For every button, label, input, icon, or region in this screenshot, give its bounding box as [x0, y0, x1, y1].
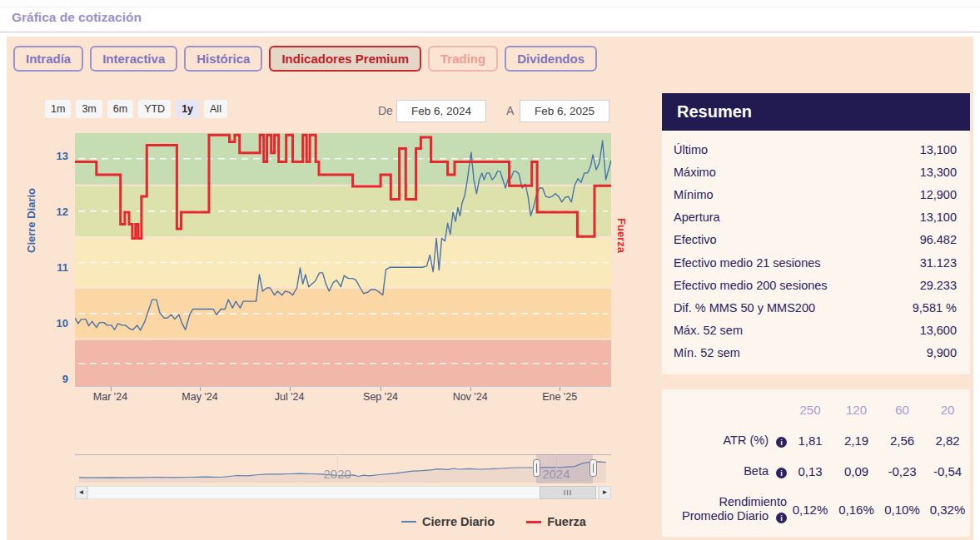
- legend-swatch-icon: [401, 521, 416, 523]
- tab-trading[interactable]: Trading: [428, 46, 498, 72]
- range-button-ytd[interactable]: YTD: [138, 100, 171, 118]
- y-tick-label: 12: [40, 206, 68, 218]
- date-from-label: De: [378, 104, 393, 117]
- y-tick-label: 10: [40, 317, 68, 329]
- summary-row-value: 12,900: [920, 187, 957, 202]
- navigator-selection[interactable]: [536, 454, 592, 483]
- range-button-all[interactable]: All: [204, 100, 227, 118]
- x-tick-label: May '24: [169, 391, 231, 403]
- summary-row: Apertura13,100: [662, 206, 970, 229]
- scrollbar-track[interactable]: [87, 486, 599, 499]
- range-button-1m[interactable]: 1m: [45, 100, 71, 118]
- right-axis-title: Fuerza: [614, 218, 628, 318]
- y-tick-label: 11: [40, 261, 68, 274]
- summary-row: Efectivo medio 21 sesiones31.123: [662, 251, 970, 274]
- scrollbar-left-icon[interactable]: ◄: [75, 486, 87, 499]
- stats-row-label: Beta i: [662, 456, 787, 487]
- summary-row-label: Efectivo medio 200 sesiones: [674, 278, 828, 293]
- date-to-label: A: [506, 104, 514, 117]
- date-to-input[interactable]: Feb 6, 2025: [520, 100, 609, 122]
- stats-table: 2501206020ATR (%) i1,812,192,562,82Beta …: [662, 389, 970, 532]
- summary-row: Máx. 52 sem13,600: [662, 320, 970, 342]
- stats-value-cell: 0,12%: [787, 494, 833, 525]
- x-tick-mark: [200, 387, 201, 391]
- summary-row-label: Dif. % MMS 50 y MMS200: [674, 300, 815, 315]
- summary-row-label: Máx. 52 sem: [674, 323, 743, 338]
- y-axis-title: Cierre Diario: [13, 203, 27, 320]
- summary-row: Dif. % MMS 50 y MMS2009,581 %: [662, 296, 970, 319]
- summary-row: Mín. 52 sem9,900: [662, 342, 970, 364]
- summary-row-label: Mín. 52 sem: [674, 345, 740, 360]
- summary-row: Efectivo96.482: [662, 229, 970, 251]
- stats-corner-cell: [662, 405, 787, 419]
- legend-item-fuerza[interactable]: Fuerza: [526, 515, 586, 528]
- title-divider: [0, 32, 980, 32]
- y-tick-label: 13: [40, 150, 68, 162]
- summary-row-label: Efectivo: [674, 232, 717, 247]
- summary-row: Mínimo12,900: [662, 183, 970, 206]
- stats-value-cell: 0,13: [787, 456, 833, 487]
- stats-row-label: ATR (%) i: [662, 425, 787, 456]
- summary-row-value: 13,100: [920, 142, 957, 157]
- x-tick-label: Nov '24: [440, 391, 501, 403]
- summary-row-value: 13,300: [920, 165, 957, 180]
- stats-column-header: 120: [833, 398, 879, 425]
- x-tick-mark: [290, 387, 291, 391]
- summary-row-value: 29.233: [920, 278, 957, 293]
- stats-column-header: 20: [925, 398, 970, 425]
- main-chart[interactable]: [75, 133, 611, 387]
- stats-value-cell: -0,54: [925, 456, 970, 487]
- legend-label: Fuerza: [547, 515, 586, 528]
- tab-indicadores-premium[interactable]: Indicadores Premium: [269, 46, 421, 72]
- info-icon[interactable]: i: [776, 513, 787, 523]
- scrollbar-right-icon[interactable]: ►: [599, 486, 611, 499]
- tab-dividendos[interactable]: Dividendos: [505, 46, 597, 72]
- date-from-input[interactable]: Feb 6, 2024: [396, 100, 486, 122]
- navigator-handle-left[interactable]: [533, 459, 540, 477]
- summary-row-label: Máximo: [674, 165, 716, 180]
- navigator-handle-right[interactable]: [589, 459, 597, 477]
- stats-value-cell: 1,81: [787, 425, 833, 456]
- summary-row-label: Mínimo: [674, 187, 714, 202]
- x-tick-label: Mar '24: [80, 391, 142, 403]
- y-tick-label: 9: [40, 373, 68, 385]
- summary-row-label: Efectivo medio 21 sesiones: [674, 255, 821, 270]
- legend-item-cierre-diario[interactable]: Cierre Diario: [401, 515, 495, 528]
- summary-row-value: 13,600: [920, 323, 957, 338]
- info-icon[interactable]: i: [776, 437, 787, 448]
- x-tick-mark: [470, 387, 471, 391]
- scrollbar-thumb[interactable]: III: [540, 486, 595, 499]
- summary-row: Efectivo medio 200 sesiones29.233: [662, 274, 970, 296]
- range-button-6m[interactable]: 6m: [107, 100, 133, 118]
- summary-title: Resumen: [662, 93, 970, 131]
- summary-row-value: 9,581 %: [913, 300, 957, 315]
- summary-row-value: 96.482: [920, 232, 957, 247]
- stats-value-cell: -0,23: [879, 456, 925, 487]
- tab-interactiva[interactable]: Interactiva: [90, 46, 177, 72]
- range-button-1y[interactable]: 1y: [176, 100, 199, 118]
- range-button-3m[interactable]: 3m: [76, 100, 102, 118]
- legend-swatch-icon: [526, 521, 541, 523]
- tab-historica[interactable]: Histórica: [184, 46, 262, 72]
- summary-row-value: 31.123: [920, 255, 957, 270]
- summary-row-label: Último: [674, 142, 708, 157]
- x-tick-label: Sep '24: [350, 391, 411, 403]
- legend-label: Cierre Diario: [422, 515, 495, 528]
- tab-intradia[interactable]: Intradía: [13, 46, 83, 72]
- x-tick-label: Jul '24: [259, 391, 321, 403]
- x-tick-mark: [560, 387, 560, 391]
- stats-value-cell: 0,09: [833, 456, 879, 487]
- stats-column-header: 250: [787, 398, 833, 425]
- summary-row-value: 13,100: [920, 210, 957, 225]
- x-tick-label: Ene '25: [529, 391, 590, 403]
- tab-bar: Intradía Interactiva Histórica Indicador…: [13, 46, 597, 72]
- x-tick-mark: [111, 387, 112, 391]
- summary-row-value: 9,900: [927, 345, 957, 360]
- stats-value-cell: 0,10%: [879, 494, 925, 525]
- top-strip: [0, 0, 980, 7]
- info-icon[interactable]: i: [776, 468, 787, 478]
- summary-rows: Último13,100Máximo13,300Mínimo12,900Aper…: [662, 131, 970, 374]
- stats-value-cell: 0,16%: [833, 494, 879, 525]
- range-buttons: 1m3m6mYTD1yAll: [45, 100, 227, 118]
- stats-row-label: Rendimiento Promedio Diario i: [662, 487, 787, 532]
